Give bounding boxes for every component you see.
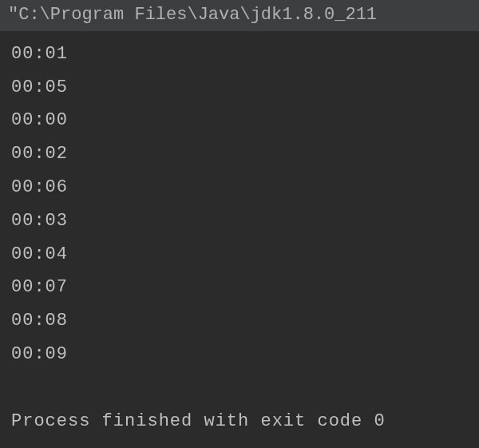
output-line: 00:05: [11, 71, 468, 105]
output-line: 00:09: [11, 338, 468, 371]
output-line: 00:07: [11, 271, 468, 304]
output-line: 00:01: [11, 38, 468, 71]
output-line: 00:06: [11, 171, 468, 204]
exit-message: Process finished with exit code 0: [11, 405, 468, 438]
output-line: 00:04: [11, 238, 468, 272]
command-text: "C:\Program Files\Java\jdk1.8.0_211: [8, 5, 377, 25]
command-line: "C:\Program Files\Java\jdk1.8.0_211: [0, 0, 479, 31]
output-area: 00:01 00:05 00:00 00:02 00:06 00:03 00:0…: [0, 31, 479, 438]
output-line: 00:03: [11, 204, 468, 238]
blank-line: [11, 371, 468, 405]
console-panel: "C:\Program Files\Java\jdk1.8.0_211 00:0…: [0, 0, 479, 448]
output-line: 00:00: [11, 104, 468, 137]
output-line: 00:02: [11, 137, 468, 171]
output-line: 00:08: [11, 304, 468, 338]
